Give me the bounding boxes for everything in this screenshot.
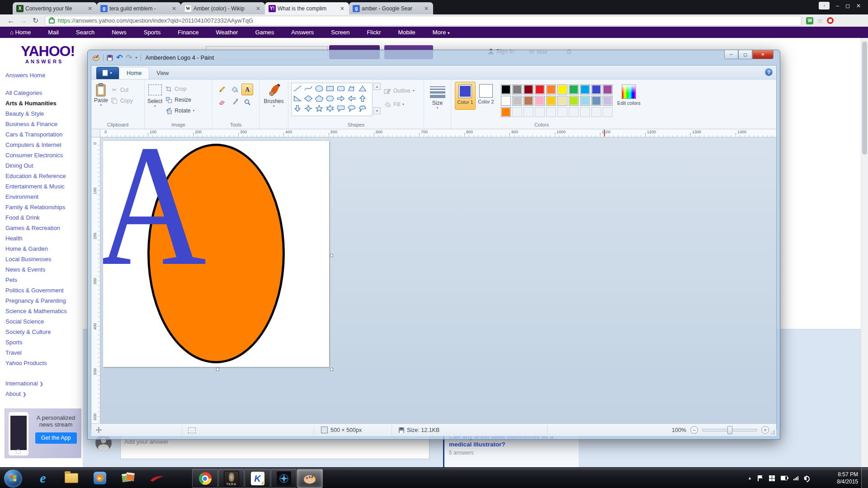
shapes-scroll-up[interactable]: ▲ — [373, 83, 381, 90]
palette-empty-slot[interactable] — [535, 107, 545, 117]
yahoo-nav-weather[interactable]: Weather — [216, 29, 238, 36]
size-button[interactable]: Size▾ — [424, 82, 451, 111]
shape-line-icon[interactable] — [292, 84, 303, 94]
help-icon[interactable]: ? — [765, 68, 773, 76]
sidebar-item-family-relationships[interactable]: Family & Relationships — [5, 202, 87, 212]
sidebar-item-all-categories[interactable]: All Categories — [5, 88, 87, 98]
shape-pentagon-icon[interactable] — [314, 94, 325, 103]
shapes-scroll-down[interactable]: ▼ — [373, 107, 381, 114]
sidebar-item-about[interactable]: About❯ — [5, 389, 87, 399]
paint-close-button[interactable]: ✕ — [752, 50, 774, 59]
sidebar-item-home-garden[interactable]: Home & Garden — [5, 244, 87, 254]
sidebar-item-games-recreation[interactable]: Games & Recreation — [5, 223, 87, 233]
sidebar-item-entertainment-music[interactable]: Entertainment & Music — [5, 181, 87, 192]
sidebar-item-business-finance[interactable]: Business & Finance — [5, 119, 87, 129]
paste-button[interactable]: Paste▾ — [91, 82, 111, 108]
shape-arrow-right-icon[interactable] — [335, 94, 346, 103]
yahoo-nav-more[interactable]: More ▾ — [433, 29, 450, 36]
palette-swatch-custom-ff7f00[interactable] — [501, 107, 511, 117]
tab-close-icon[interactable]: ✕ — [87, 5, 93, 12]
paint-canvas[interactable]: A — [103, 141, 329, 367]
shape-star-4-icon[interactable] — [303, 103, 314, 113]
sidebar-item-food-drink[interactable]: Food & Drink — [5, 212, 87, 223]
color1-button[interactable]: Color 1 — [455, 82, 476, 110]
browser-tab-3[interactable]: Y!What is the complim✕ — [265, 2, 349, 14]
palette-empty-slot[interactable] — [591, 107, 601, 117]
fill-bucket-tool[interactable] — [229, 84, 241, 95]
sidebar-item-pets[interactable]: Pets — [5, 275, 87, 285]
tray-clock[interactable]: 8:57 PM 8/4/2015 — [837, 471, 858, 485]
sidebar-item-international[interactable]: International❯ — [5, 378, 87, 389]
sidebar-item-cars-transportation[interactable]: Cars & Transportation — [5, 129, 87, 140]
shape-diamond-icon[interactable] — [303, 94, 314, 103]
paint-minimize-button[interactable]: ─ — [724, 50, 738, 59]
shape-callout-rounded-icon[interactable] — [335, 103, 346, 113]
shape-callout-oval-icon[interactable] — [346, 103, 357, 113]
pencil-tool[interactable] — [216, 84, 228, 95]
paint-titlebar[interactable]: ↶ ↷ ▾ Amberdeen Logo 4 - Paint — [88, 50, 780, 65]
sidebar-item-news-events[interactable]: News & Events — [5, 264, 87, 275]
select-button[interactable]: Select▾ — [145, 82, 165, 116]
yahoo-nav-answers[interactable]: Answers — [291, 29, 314, 36]
color2-button[interactable]: Color 2 — [476, 82, 496, 110]
palette-empty-slot[interactable] — [524, 107, 533, 117]
magnifier-tool[interactable] — [241, 96, 253, 108]
palette-swatch-000000[interactable] — [501, 84, 511, 94]
extension-icon-green[interactable]: W — [806, 17, 813, 24]
battery-icon[interactable] — [781, 476, 788, 480]
palette-swatch-ffaec9[interactable] — [535, 96, 545, 106]
tab-view[interactable]: View — [149, 67, 176, 79]
palette-swatch-b5e61d[interactable] — [569, 96, 579, 106]
url-bar[interactable]: https://answers.yahoo.com/question/index… — [45, 16, 802, 26]
yahoo-nav-flickr[interactable]: Flickr — [367, 29, 381, 36]
sidebar-item-yahoo-products[interactable]: Yahoo Products — [5, 358, 87, 368]
zoom-slider[interactable] — [702, 429, 757, 432]
sidebar-item-local-businesses[interactable]: Local Businesses — [5, 254, 87, 264]
palette-swatch-22b14c[interactable] — [569, 84, 579, 94]
sidebar-item-dining-out[interactable]: Dining Out — [5, 160, 87, 171]
taskbar-rog-icon[interactable] — [149, 470, 165, 486]
copy-button[interactable]: Copy — [111, 95, 133, 106]
shape-arrow-down-icon[interactable] — [292, 103, 303, 113]
redo-icon[interactable]: ↷ — [126, 53, 132, 62]
sidebar-item-answers-home[interactable]: Answers Home — [5, 70, 87, 80]
palette-swatch-3f48cc[interactable] — [591, 84, 601, 94]
yahoo-nav-screen[interactable]: Screen — [331, 29, 349, 36]
sidebar-item-travel[interactable]: Travel — [5, 347, 87, 358]
shape-triangle-icon[interactable] — [357, 84, 368, 94]
sidebar-item-education-reference[interactable]: Education & Reference — [5, 171, 87, 181]
ad-banner[interactable]: A personalized news stream Get the App — [5, 408, 81, 458]
eraser-tool[interactable] — [216, 96, 228, 108]
browser-maximize-button[interactable]: ◻ — [845, 3, 850, 9]
browser-tab-4[interactable]: gamber - Google Sear✕ — [349, 2, 433, 14]
qat-dropdown-icon[interactable]: ▾ — [136, 56, 137, 60]
resize-grip[interactable] — [770, 430, 775, 435]
shape-callout-cloud-icon[interactable] — [357, 103, 368, 113]
palette-swatch-7f7f7f[interactable] — [512, 84, 522, 94]
zoom-out-button[interactable]: − — [690, 426, 698, 434]
browser-tab-2[interactable]: WAmber (color) - Wikip✕ — [181, 2, 265, 14]
text-tool[interactable]: A — [241, 84, 253, 95]
yahoo-nav-games[interactable]: Games — [255, 29, 274, 36]
taskbar-photo-viewer-icon[interactable] — [121, 470, 136, 486]
shape-hexagon-icon[interactable] — [325, 94, 335, 103]
fill-button[interactable]: Fill▾ — [384, 99, 415, 110]
yahoo-nav-news[interactable]: News — [112, 29, 127, 36]
browser-tab-1[interactable]: gtera guild emblem -✕ — [97, 2, 181, 14]
sidebar-item-consumer-electronics[interactable]: Consumer Electronics — [5, 150, 87, 160]
cut-button[interactable]: ✂ Cut — [111, 84, 133, 95]
palette-swatch-99d9ea[interactable] — [580, 96, 590, 106]
browser-close-button[interactable]: ✕ — [856, 3, 861, 9]
forward-icon[interactable]: → — [20, 17, 27, 25]
palette-swatch-a349a4[interactable] — [603, 84, 613, 94]
taskbar-chrome-button[interactable] — [192, 469, 218, 488]
windows-update-icon[interactable] — [769, 475, 775, 481]
undo-icon[interactable]: ↶ — [116, 53, 123, 62]
shape-rounded-rectangle-icon[interactable] — [335, 84, 346, 94]
shape-right-triangle-icon[interactable] — [292, 94, 303, 103]
outline-button[interactable]: Outline▾ — [384, 85, 415, 96]
file-menu-button[interactable]: ▼ — [96, 67, 119, 79]
show-desktop-button[interactable] — [861, 468, 868, 488]
action-center-flag-icon[interactable] — [758, 475, 763, 481]
sidebar-item-environment[interactable]: Environment — [5, 192, 87, 202]
